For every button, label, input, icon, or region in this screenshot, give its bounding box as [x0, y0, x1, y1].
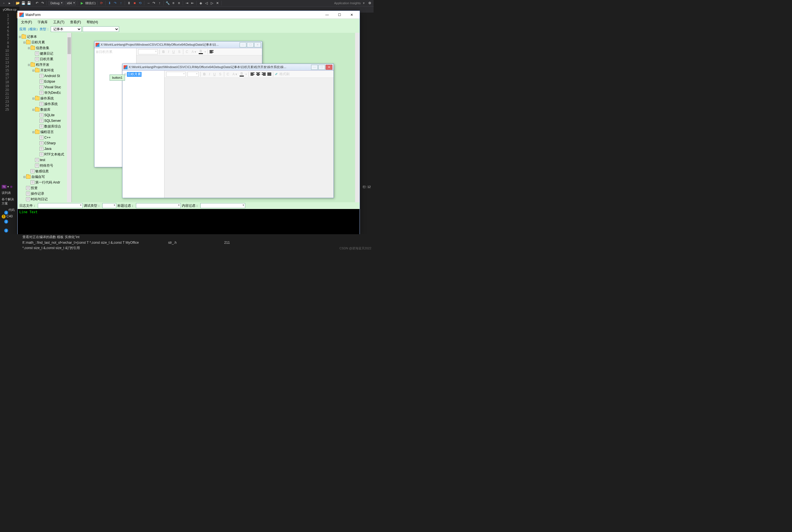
mdi-scrollbar[interactable]: [355, 33, 360, 202]
tab-file-1[interactable]: yOffice.cp: [0, 6, 19, 13]
tree-node[interactable]: Java: [18, 146, 71, 152]
redo-icon[interactable]: ↷: [40, 1, 45, 5]
step-over2-icon[interactable]: ↷: [152, 1, 156, 5]
underline-button[interactable]: U: [171, 50, 176, 54]
tree-node[interactable]: ⊟自编自写: [18, 174, 71, 179]
prev-bm-icon[interactable]: ◁: [204, 1, 208, 5]
tree-node[interactable]: 华为DevEc: [18, 90, 71, 96]
continue-label[interactable]: 继续(C): [85, 1, 96, 5]
tree-node[interactable]: 测试文件: [18, 202, 71, 202]
bookmark-icon[interactable]: ◈: [199, 1, 203, 5]
module-type-select[interactable]: 记事本: [51, 26, 81, 32]
align-center-button[interactable]: [256, 73, 260, 76]
open-icon[interactable]: 📂: [15, 1, 20, 5]
collapse-icon[interactable]: ⊟: [32, 108, 35, 111]
strike-button[interactable]: S: [218, 72, 222, 76]
menu-file[interactable]: 文件(F): [18, 19, 35, 25]
tree-node-selected[interactable]: 日积月累: [127, 72, 142, 77]
pause-icon[interactable]: ⏸: [127, 1, 131, 5]
italic-button[interactable]: I: [167, 50, 170, 54]
collapse-icon[interactable]: ⊟: [27, 46, 31, 50]
font-dropdown[interactable]: [166, 72, 186, 77]
collapse-icon[interactable]: ⊟: [23, 41, 26, 44]
collapse-icon[interactable]: ⊟: [32, 69, 35, 72]
align-right-button[interactable]: [262, 73, 266, 76]
tree-node[interactable]: ⊟记事本: [18, 34, 71, 39]
tree-node[interactable]: 日积月累: [18, 56, 71, 62]
tree-node[interactable]: ⊟编程语言: [18, 129, 71, 135]
zoom-percent[interactable]: %: [2, 185, 6, 189]
underline-button[interactable]: U: [212, 72, 216, 76]
collapse-icon[interactable]: ⊟: [32, 97, 35, 100]
step-out-icon[interactable]: ↑: [118, 1, 123, 5]
format-brush-icon[interactable]: ✐: [275, 72, 278, 76]
menu-dict[interactable]: 字典库: [35, 19, 51, 25]
collapse-icon[interactable]: ⊟: [27, 63, 31, 66]
child-2-tree[interactable]: ⊞日积月累: [122, 71, 165, 198]
tree-node[interactable]: 日积月累: [99, 50, 112, 54]
tree-node[interactable]: Eclipse: [18, 79, 71, 84]
platform-dropdown[interactable]: x64: [65, 1, 76, 5]
tree-node[interactable]: Android St: [18, 73, 71, 79]
info-icon[interactable]: i: [4, 211, 8, 214]
collapse-icon[interactable]: ⊟: [32, 131, 35, 134]
align-left-button[interactable]: [250, 73, 254, 76]
menu-tools[interactable]: 工具(T): [51, 19, 67, 25]
menu-help[interactable]: 帮助(H): [84, 19, 101, 25]
tree-node[interactable]: 时间与日记: [18, 196, 71, 202]
step-over-icon[interactable]: ↷: [113, 1, 117, 5]
child-2-editor[interactable]: [165, 78, 334, 198]
info-icon-3[interactable]: i: [4, 229, 8, 232]
tree-node[interactable]: SQLite: [18, 112, 71, 118]
tree-node[interactable]: 操作系统: [18, 101, 71, 107]
tree-node[interactable]: ⊟操作系统: [18, 96, 71, 101]
align-left-button[interactable]: [210, 50, 213, 53]
child-window-1-titlebar[interactable]: X:\Work\LanHang\Project\Windows\CS\VC\CL…: [94, 41, 262, 48]
maximize-button[interactable]: ☐: [333, 12, 345, 18]
font-dropdown[interactable]: [138, 49, 158, 54]
collapse-icon[interactable]: ⊟: [18, 35, 22, 38]
highlight-button[interactable]: B: [199, 49, 203, 54]
font-color-button[interactable]: A ▾: [191, 50, 197, 54]
tree-node[interactable]: RTF文本格式: [18, 152, 71, 157]
tree-node[interactable]: 敏感信息: [18, 168, 71, 174]
config-dropdown[interactable]: Debug: [49, 1, 63, 5]
restart-icon[interactable]: ⟲: [138, 1, 143, 5]
log-content-dropdown[interactable]: [201, 203, 245, 208]
tree-node[interactable]: CSharp: [18, 140, 71, 146]
app-insights-dropdown[interactable]: Application Insights: [334, 1, 361, 5]
maximize-button[interactable]: ☐: [247, 42, 253, 48]
maximize-button[interactable]: ☐: [318, 65, 325, 70]
italic-button[interactable]: I: [208, 72, 211, 76]
mainform-titlebar[interactable]: MainForm — ☐ ✕: [18, 11, 360, 19]
step-into-icon[interactable]: →: [146, 1, 151, 5]
tree-node[interactable]: 特殊符号: [18, 163, 71, 168]
folder-tree[interactable]: ⊟记事本⊟日积月累⊟信息收集健康日记日积月累⊟程序开发⊟开发环境Android …: [18, 33, 72, 202]
module-sub-select[interactable]: [83, 26, 119, 32]
child-window-2-titlebar[interactable]: X:\Work\LanHang\Project\Windows\CS\VC\CL…: [122, 64, 334, 71]
tree-node[interactable]: ⊟日积月累: [18, 39, 71, 45]
log-output[interactable]: Line Text: [18, 209, 360, 236]
tree-node[interactable]: 健康日记: [18, 51, 71, 56]
bold-button[interactable]: B: [162, 50, 166, 54]
tree-node[interactable]: C++: [18, 135, 71, 140]
tree-node[interactable]: 第一行代码 Andr: [18, 179, 71, 185]
step-out2-icon[interactable]: ↑: [157, 1, 162, 5]
nav-fwd-icon[interactable]: ▸: [7, 1, 12, 5]
color-button[interactable]: C: [185, 50, 189, 54]
clear-bm-icon[interactable]: ✕: [215, 1, 220, 5]
tree-node[interactable]: ⊟数据库: [18, 107, 71, 112]
save-icon[interactable]: 💾: [21, 1, 25, 5]
undo-icon[interactable]: ↶: [35, 1, 39, 5]
close-button[interactable]: ✕: [345, 12, 358, 18]
align-justify-button[interactable]: [267, 73, 271, 76]
panel-item-1[interactable]: 误列表: [0, 190, 17, 196]
panel-item-2[interactable]: 各个解决方案: [0, 196, 17, 207]
button1[interactable]: button1: [110, 75, 125, 81]
strike-button[interactable]: S: [177, 50, 181, 54]
log-file-dropdown[interactable]: [38, 203, 83, 208]
tree-node[interactable]: ⊟开发环境: [18, 68, 71, 73]
size-dropdown[interactable]: [188, 72, 199, 77]
tree-node[interactable]: ⊟程序开发: [18, 62, 71, 68]
step-icon[interactable]: ⬇: [107, 1, 112, 5]
